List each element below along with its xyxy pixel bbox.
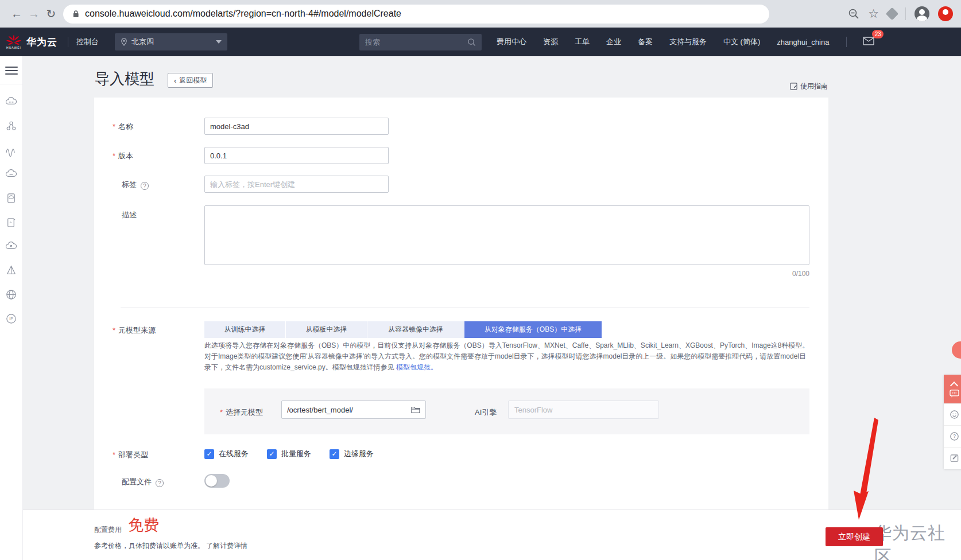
messages-button[interactable]: 23 [846,37,874,47]
deploy-type-options: ✓在线服务 ✓批量服务 ✓边缘服务 [204,449,374,459]
char-counter: 0/100 [752,270,809,278]
svg-text:IP: IP [9,317,13,321]
notebook-cloud-icon[interactable] [5,192,18,205]
edit-note-icon [950,453,959,463]
bookmark-star-icon[interactable]: ☆ [868,7,879,21]
checkbox-online-service[interactable]: ✓在线服务 [204,449,249,459]
hamburger-menu-icon[interactable] [5,64,18,77]
tag-help-icon[interactable]: ? [141,182,149,190]
chrome-separator [905,7,906,20]
nav-item-enterprise[interactable]: 企业 [606,37,621,47]
main-content: 导入模型 ‹ 返回模型 使用指南 名称 版本 标签? 描述 0/100 [23,56,961,560]
model-spec-link[interactable]: 模型包规范。 [396,363,437,371]
config-file-toggle[interactable] [204,474,230,488]
globe-icon[interactable] [5,288,18,301]
service-sidebar: IP [0,56,23,560]
prism-icon[interactable] [5,264,18,277]
ai-engine-label: AI引擎 [475,407,497,418]
zoom-out-icon[interactable] [848,8,859,20]
name-label: 名称 [113,122,133,132]
section-divider [121,308,809,308]
nav-item-support[interactable]: 支持与服务 [669,37,707,47]
browser-update-icon[interactable] [938,6,953,21]
mail-icon [863,37,874,45]
search-icon[interactable] [467,38,476,46]
meta-source-label: 元模型来源 [113,325,156,336]
sidebar-divider [0,84,23,84]
checkbox-batch-service[interactable]: ✓批量服务 [267,449,311,459]
config-file-label: 配置文件? [122,477,164,487]
obs-note: 此选项将导入您存储在对象存储服务（OBS）中的模型，目前仅支持从对象存储服务（O… [204,340,812,373]
obs-select-panel: 选择元模型 AI引擎 [204,388,809,434]
tag-label: 标签? [122,180,149,190]
nav-item-icp[interactable]: 备案 [638,37,653,47]
nav-username[interactable]: zhanghui_china [777,38,829,46]
region-selector[interactable]: 北京四 [115,33,227,50]
meta-model-path-field[interactable] [281,400,426,419]
smiley-feedback-icon [950,410,959,419]
browser-reload-icon[interactable]: ↻ [42,7,60,21]
profile-avatar-icon[interactable] [914,6,929,21]
community-watermark: 华为云社区 [874,522,961,560]
chevron-down-icon [216,40,222,44]
tab-from-template[interactable]: 从模板中选择 [286,321,367,338]
search-input[interactable] [365,38,467,46]
deploy-type-label: 部署类型 [113,450,148,460]
description-label: 描述 [122,210,137,220]
tab-from-container-image[interactable]: 从容器镜像中选择 [367,321,464,338]
browser-forward-icon[interactable]: → [25,7,42,21]
fee-label: 配置费用 [94,525,122,535]
waveform-modelarts-icon[interactable] [5,143,18,157]
chat-support-button[interactable] [944,375,961,403]
svg-text:?: ? [953,433,956,439]
huawei-logo-icon[interactable]: HUAWEI [5,34,23,49]
tab-from-training[interactable]: 从训练中选择 [204,321,285,338]
survey-button[interactable] [944,447,961,469]
location-pin-icon [121,38,127,46]
cluster-icon[interactable] [5,119,18,133]
chevron-left-icon: ‹ [174,76,176,85]
extension-icon[interactable] [886,7,899,21]
nav-item-language[interactable]: 中文 (简体) [723,37,760,47]
ai-engine-input [508,400,659,419]
nav-item-resources[interactable]: 资源 [543,37,558,47]
billing-details-link[interactable]: 了解计费详情 [206,542,247,550]
nav-item-tickets[interactable]: 工单 [575,37,590,47]
address-bar[interactable]: console.huaweicloud.com/modelarts/?regio… [63,5,769,24]
name-input[interactable] [204,118,389,135]
meta-model-path-input[interactable] [287,406,411,414]
folder-browse-icon[interactable] [411,406,420,414]
top-navigation: HUAWEI 华为云 控制台 北京四 费用中心 资源 工单 企业 备案 支持与服… [0,28,961,56]
feedback-button[interactable] [944,403,961,425]
checkbox-edge-service[interactable]: ✓边缘服务 [330,449,374,459]
create-now-button[interactable]: 立即创建 [826,527,883,546]
floating-assistant-icon[interactable] [952,341,961,359]
nav-divider [68,37,68,47]
fee-value: 免费 [128,515,159,535]
ip-icon[interactable]: IP [5,312,18,325]
nav-item-billing[interactable]: 费用中心 [497,37,526,47]
tag-input[interactable] [204,176,389,193]
cloud-service-icon[interactable] [5,95,18,108]
guide-doc-icon [790,83,797,90]
cloud-dash-icon[interactable] [5,168,18,181]
lock-icon [72,10,79,18]
message-count-badge: 23 [872,30,884,38]
back-to-models-button[interactable]: ‹ 返回模型 [168,73,213,88]
dev-doc-icon[interactable] [5,216,18,229]
description-textarea[interactable] [204,205,809,265]
meta-model-label: 选择元模型 [220,407,263,418]
brand-name[interactable]: 华为云 [26,36,57,49]
tab-from-obs[interactable]: 从对象存储服务（OBS）中选择 [464,321,602,338]
question-help-icon: ? [950,431,959,441]
cloud-upload-icon[interactable] [5,240,18,253]
global-search[interactable] [359,34,482,50]
browser-back-icon[interactable]: ← [8,7,25,21]
floating-toolbar: ? [944,375,961,469]
red-annotation-arrow [850,418,884,521]
nav-console-link[interactable]: 控制台 [76,37,99,47]
version-input[interactable] [204,147,389,164]
config-file-help-icon[interactable]: ? [156,479,164,487]
usage-guide-link[interactable]: 使用指南 [790,81,828,91]
help-button[interactable]: ? [944,425,961,447]
